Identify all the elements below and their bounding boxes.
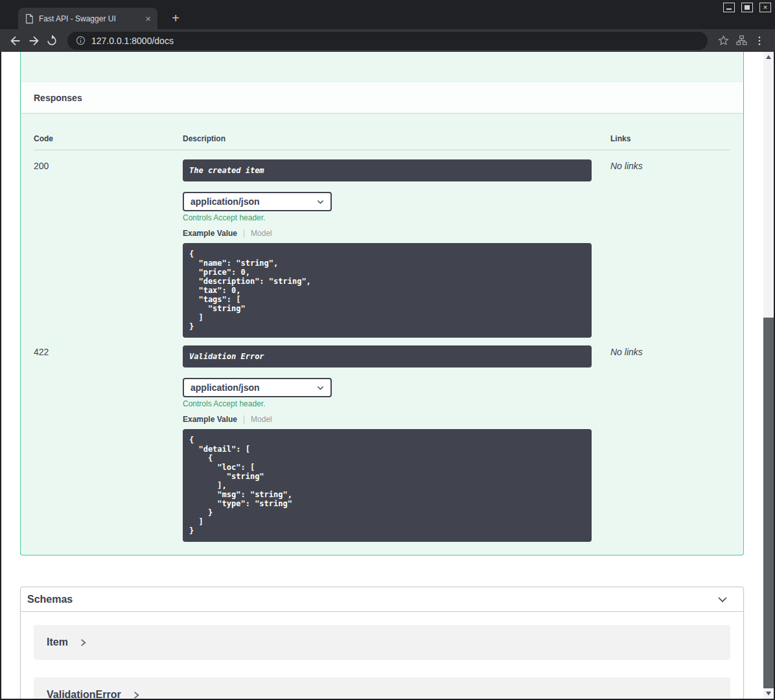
star-icon — [717, 34, 730, 47]
bookmark-button[interactable] — [714, 32, 732, 50]
tab-divider — [244, 415, 244, 424]
media-type-select[interactable]: application/json — [183, 378, 332, 397]
responses-title: Responses — [34, 93, 82, 103]
tab-example-value[interactable]: Example Value — [183, 229, 237, 238]
response-description-cell: The created item application/json Contro… — [183, 159, 610, 338]
operation-responses-panel: Responses Code Description Links 200 The… — [20, 52, 744, 555]
address-bar[interactable]: 127.0.0.1:8000/docs — [67, 32, 708, 50]
response-description-cell: Validation Error application/json Contro… — [183, 345, 610, 542]
model-row-item[interactable]: Item — [34, 625, 730, 660]
kebab-menu-icon — [754, 35, 765, 47]
sitemap-icon — [735, 34, 748, 47]
operation-block-tail — [21, 52, 743, 82]
forward-button[interactable] — [25, 32, 43, 50]
maximize-icon — [745, 5, 750, 10]
vertical-scrollbar[interactable] — [763, 52, 774, 699]
schemas-header[interactable]: Schemas — [21, 587, 743, 612]
example-json-block: { "detail": [ { "loc": [ "string" ], "ms… — [183, 429, 592, 542]
scroll-up-arrow-icon[interactable] — [766, 55, 771, 59]
chevron-down-icon[interactable] — [716, 593, 729, 606]
media-type-select[interactable]: application/json — [183, 192, 332, 211]
example-model-tabs: Example Value Model — [183, 229, 610, 238]
response-code: 200 — [34, 159, 183, 338]
tab-model[interactable]: Model — [251, 415, 272, 424]
schemas-list: Item ValidationError — [21, 612, 743, 699]
reload-icon — [45, 34, 58, 47]
document-favicon-icon — [25, 14, 34, 24]
response-description-box: The created item — [183, 159, 592, 181]
chevron-down-icon — [316, 197, 325, 207]
response-row-200: 200 The created item application/json Co… — [34, 150, 730, 338]
new-tab-button[interactable]: + — [167, 10, 184, 27]
chevron-down-icon — [316, 383, 325, 393]
scroll-down-arrow-icon[interactable] — [766, 692, 771, 695]
browser-tools-button[interactable] — [732, 32, 750, 50]
browser-tab[interactable]: Fast API - Swagger UI × — [18, 8, 157, 29]
site-info-icon[interactable] — [75, 35, 86, 46]
page-content: Responses Code Description Links 200 The… — [1, 52, 763, 699]
media-type-value: application/json — [191, 196, 260, 207]
response-description-box: Validation Error — [183, 345, 592, 368]
tab-model[interactable]: Model — [251, 229, 272, 238]
back-arrow-icon — [8, 34, 23, 48]
media-type-value: application/json — [191, 382, 260, 393]
accept-header-note: Controls Accept header. — [183, 399, 610, 408]
schemas-section: Schemas Item ValidationError — [20, 587, 744, 699]
no-links-label: No links — [610, 345, 730, 542]
close-icon: × — [763, 3, 767, 12]
response-code: 422 — [34, 345, 183, 542]
tab-example-value[interactable]: Example Value — [183, 415, 237, 424]
tab-title: Fast API - Swagger UI — [39, 14, 140, 23]
schemas-title: Schemas — [27, 594, 73, 605]
browser-window: Fast API - Swagger UI × + × — [0, 0, 775, 700]
example-model-tabs: Example Value Model — [183, 415, 610, 424]
model-name: Item — [47, 636, 68, 648]
responses-table-header: Code Description Links — [34, 134, 730, 150]
forward-arrow-icon — [27, 34, 41, 48]
browser-menu-button[interactable] — [750, 32, 769, 50]
responses-table: Code Description Links 200 The created i… — [21, 113, 743, 555]
column-header-links: Links — [610, 134, 730, 143]
example-json-block: { "name": "string", "price": 0, "descrip… — [183, 243, 592, 338]
tab-divider — [244, 229, 244, 238]
window-close-button[interactable]: × — [759, 3, 771, 12]
response-row-422: 422 Validation Error application/json Co… — [34, 338, 730, 542]
window-maximize-button[interactable] — [741, 3, 753, 12]
browser-titlebar: Fast API - Swagger UI × + × — [0, 0, 775, 29]
column-header-description: Description — [183, 134, 610, 143]
model-name: ValidationError — [47, 689, 121, 699]
minimize-icon — [726, 8, 732, 10]
url-text[interactable]: 127.0.0.1:8000/docs — [91, 36, 174, 46]
chevron-right-icon — [132, 690, 141, 699]
tab-close-icon[interactable]: × — [145, 14, 151, 23]
chevron-right-icon — [78, 638, 88, 648]
back-button[interactable] — [6, 32, 25, 50]
column-header-code: Code — [34, 134, 183, 143]
browser-navbar: 127.0.0.1:8000/docs — [0, 29, 775, 52]
window-controls: × — [723, 3, 771, 12]
model-row-validationerror[interactable]: ValidationError — [34, 677, 730, 699]
responses-section-header: Responses — [21, 82, 743, 113]
scrollbar-thumb[interactable] — [763, 318, 774, 688]
reload-button[interactable] — [43, 32, 61, 50]
window-minimize-button[interactable] — [723, 3, 735, 12]
no-links-label: No links — [610, 159, 730, 338]
accept-header-note: Controls Accept header. — [183, 213, 610, 222]
